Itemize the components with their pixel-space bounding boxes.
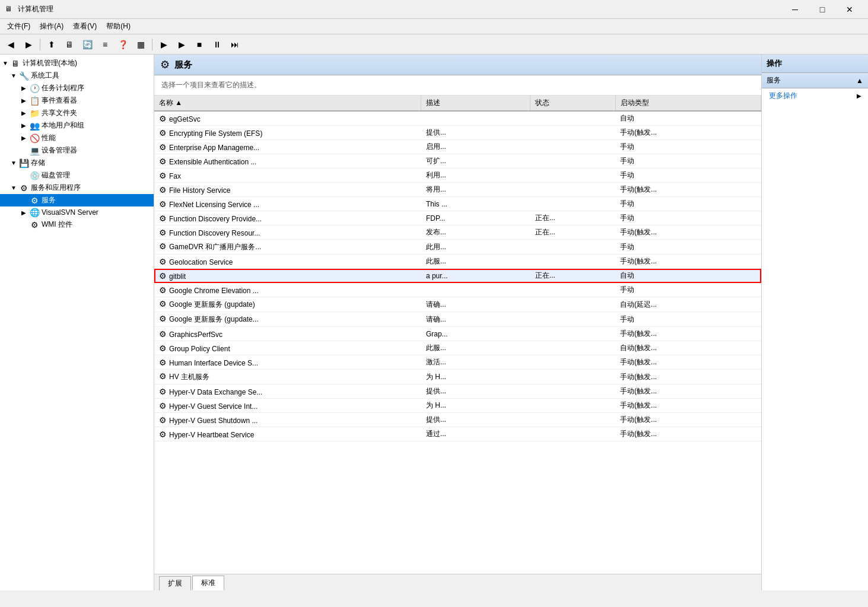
table-row[interactable]: ⚙GraphicsPerfSvcGrap...手动(触发... [154, 327, 761, 341]
col-status[interactable]: 状态 [530, 96, 615, 111]
service-status-cell [530, 312, 615, 327]
service-name-cell: ⚙Hyper-V Data Exchange Se... [154, 384, 421, 399]
table-row[interactable]: ⚙FlexNet Licensing Service ...This ...手动 [154, 197, 761, 211]
sidebar-item-visualsvn[interactable]: ▶ 🌐 VisualSVN Server [0, 206, 154, 218]
list-button[interactable]: ≡ [97, 37, 113, 52]
table-row[interactable]: ⚙Google 更新服务 (gupdate...请确...手动 [154, 312, 761, 327]
table-row[interactable]: ⚙Hyper-V Guest Shutdown ...提供...手动(触发... [154, 413, 761, 427]
sidebar-item-services[interactable]: ⚙ 服务 [0, 194, 154, 206]
table-row[interactable]: ⚙Function Discovery Resour...发布...正在...手… [154, 225, 761, 240]
minimize-button[interactable]: ─ [781, 0, 809, 19]
service-name-cell: ⚙Enterprise App Manageme... [154, 140, 421, 154]
task-icon: 🕐 [30, 84, 39, 93]
sidebar-item-performance[interactable]: ▶ 🚫 性能 [0, 132, 154, 144]
sidebar-item-computer[interactable]: ▼ 🖥 计算机管理(本地) [0, 57, 154, 69]
service-desc-cell: 利用... [421, 169, 530, 183]
table-row[interactable]: ⚙Hyper-V Data Exchange Se...提供...手动(触发..… [154, 384, 761, 399]
sidebar-item-device-manager[interactable]: 💻 设备管理器 [0, 144, 154, 157]
service-startup-cell: 手动(触发... [615, 370, 761, 384]
service-status-cell [530, 327, 615, 341]
table-row[interactable]: ⚙HV 主机服务为 H...手动(触发... [154, 370, 761, 384]
table-row[interactable]: ⚙Human Interface Device S...激活...手动(触发..… [154, 355, 761, 370]
menu-item-查看V[interactable]: 查看(V) [68, 20, 101, 33]
table-row[interactable]: ⚙Fax利用...手动 [154, 169, 761, 183]
col-name[interactable]: 名称 ▲ [154, 96, 421, 111]
table-row[interactable]: ⚙Hyper-V Heartbeat Service通过...手动(触发... [154, 427, 761, 441]
service-name-cell: ⚙Hyper-V Guest Shutdown ... [154, 413, 421, 427]
service-startup-cell: 手动(触发... [615, 126, 761, 140]
help-button[interactable]: ❓ [115, 37, 131, 52]
service-status-cell [530, 283, 615, 297]
sidebar-item-shared-folders[interactable]: ▶ 📁 共享文件夹 [0, 107, 154, 119]
service-startup-cell: 手动(触发... [615, 255, 761, 269]
restart-button[interactable]: ⏭ [227, 37, 243, 52]
table-row[interactable]: ⚙File History Service将用...手动(触发... [154, 183, 761, 197]
service-name-cell: ⚙FlexNet Licensing Service ... [154, 197, 421, 211]
computer-button[interactable]: 🖥 [61, 37, 78, 52]
service-status-cell [530, 197, 615, 211]
service-desc-cell: 为 H... [421, 370, 530, 384]
service-desc-cell: 启用... [421, 140, 530, 154]
sidebar-label-perf: 性能 [42, 133, 56, 143]
col-desc[interactable]: 描述 [421, 96, 530, 111]
tab-standard[interactable]: 标准 [192, 576, 224, 590]
sidebar-item-disk-manager[interactable]: 💿 磁盘管理 [0, 169, 154, 182]
table-row[interactable]: ⚙GameDVR 和广播用户服务...此用...手动 [154, 240, 761, 255]
service-gear-icon: ⚙ [159, 401, 167, 411]
table-row[interactable]: ⚙Google 更新服务 (gupdate)请确...自动(延迟... [154, 297, 761, 312]
sidebar-item-local-users[interactable]: ▶ 👥 本地用户和组 [0, 119, 154, 132]
service-startup-cell: 手动(触发... [615, 384, 761, 399]
table-row[interactable]: ⚙Group Policy Client此服...自动(触发... [154, 341, 761, 355]
service-name-cell: ⚙Function Discovery Provide... [154, 211, 421, 225]
wmi-icon: ⚙ [30, 220, 39, 230]
play2-button[interactable]: ▶ [173, 37, 190, 52]
sidebar-item-event-viewer[interactable]: ▶ 📋 事件查看器 [0, 94, 154, 107]
table-row[interactable]: ⚙egGetSvc自动 [154, 111, 761, 126]
service-table-container[interactable]: 名称 ▲ 描述 状态 启动类型 ⚙egGetSvc自动⚙Encrypting F… [154, 96, 761, 574]
service-startup-cell: 手动(触发... [615, 327, 761, 341]
sidebar-item-system-tools[interactable]: ▼ 🔧 系统工具 [0, 69, 154, 82]
table-row[interactable]: ⚙Google Chrome Elevation ...手动 [154, 283, 761, 297]
sidebar-item-storage[interactable]: ▼ 💾 存储 [0, 157, 154, 169]
sidebar-item-services-apps[interactable]: ▼ ⚙ 服务和应用程序 [0, 182, 154, 194]
service-startup-cell: 自动(延迟... [615, 297, 761, 312]
menu-item-操作A[interactable]: 操作(A) [35, 20, 68, 33]
table-row[interactable]: ⚙Enterprise App Manageme...启用...手动 [154, 140, 761, 154]
service-startup-cell: 手动(触发... [615, 183, 761, 197]
forward-button[interactable]: ▶ [20, 37, 37, 52]
menu-bar: 文件(F)操作(A)查看(V)帮助(H) [0, 19, 868, 34]
col-startup[interactable]: 启动类型 [615, 96, 761, 111]
service-desc-cell: Grap... [421, 327, 530, 341]
table-row[interactable]: ⚙Function Discovery Provide...FDP...正在..… [154, 211, 761, 225]
right-action-more[interactable]: 更多操作 [762, 88, 868, 103]
table-row[interactable]: ⚙Hyper-V Guest Service Int...为 H...手动(触发… [154, 399, 761, 413]
refresh-button[interactable]: 🔄 [79, 37, 96, 52]
view-button[interactable]: ▦ [132, 37, 149, 52]
table-row[interactable]: ⚙Geolocation Service此服...手动(触发... [154, 255, 761, 269]
sidebar-item-wmi[interactable]: ⚙ WMI 控件 [0, 218, 154, 231]
service-status-cell [530, 126, 615, 140]
tab-extend[interactable]: 扩展 [159, 576, 191, 590]
right-section-label: 服务 [767, 75, 781, 85]
sidebar-item-task-scheduler[interactable]: ▶ 🕐 任务计划程序 [0, 82, 154, 94]
service-status-cell: 正在... [530, 269, 615, 283]
arrow-task: ▶ [21, 85, 30, 91]
sidebar-label-computer: 计算机管理(本地) [23, 58, 77, 68]
computer-icon: 🖥 [11, 59, 20, 68]
service-startup-cell: 手动 [615, 283, 761, 297]
table-row[interactable]: ⚙Extensible Authentication ...可扩...手动 [154, 154, 761, 169]
table-row[interactable]: ⚙gitblita pur...正在...自动 [154, 269, 761, 283]
menu-item-帮助H[interactable]: 帮助(H) [101, 20, 135, 33]
play1-button[interactable]: ▶ [155, 37, 172, 52]
pause-button[interactable]: ⏸ [209, 37, 225, 52]
back-button[interactable]: ◀ [2, 37, 19, 52]
maximize-button[interactable]: □ [809, 0, 836, 19]
menu-item-文件F[interactable]: 文件(F) [2, 20, 35, 33]
close-button[interactable]: ✕ [836, 0, 863, 19]
table-row[interactable]: ⚙Encrypting File System (EFS)提供...手动(触发.… [154, 126, 761, 140]
service-status-cell [530, 183, 615, 197]
stop-button[interactable]: ■ [191, 37, 208, 52]
up-button[interactable]: ⬆ [43, 37, 60, 52]
service-name-cell: ⚙GameDVR 和广播用户服务... [154, 240, 421, 255]
service-startup-cell: 手动 [615, 211, 761, 225]
